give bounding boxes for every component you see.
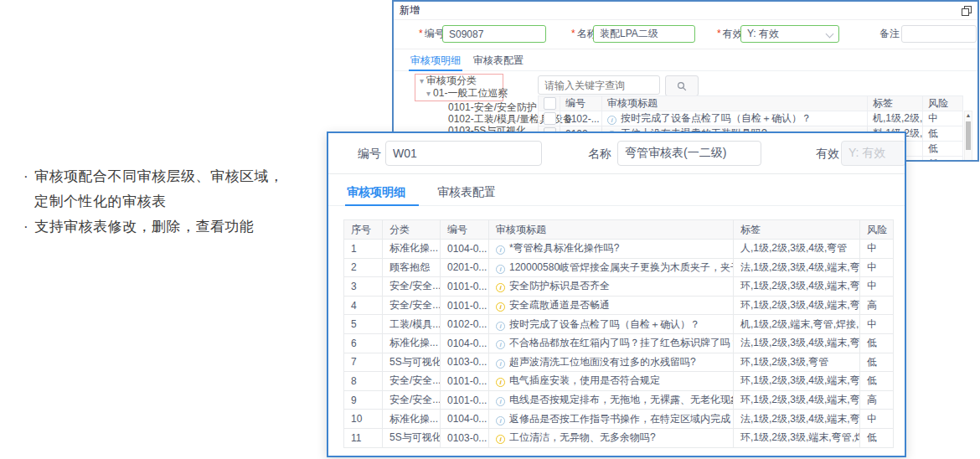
note-line-2: 定制个性化的审核表 [23, 189, 333, 214]
risk-cell: 中 [923, 111, 963, 126]
tree-node-group[interactable]: ▾01-一般工位巡察 [415, 87, 503, 100]
tree-node-root[interactable]: ▾审核项分类 [415, 75, 503, 87]
tab-audit-table-config[interactable]: 审核表配置 [473, 54, 524, 68]
required-mark: * [571, 28, 575, 39]
title-cell: 安全疏散通道是否畅通 [489, 296, 734, 315]
seq-cell: 9 [344, 390, 383, 410]
tree-leaf-label: 0101-安全/安全防护 [448, 101, 537, 113]
info-icon [496, 416, 505, 425]
category-cell: 安全/安全... [383, 277, 441, 297]
table-row[interactable]: 8 安全/安全... 0101-0... 电气插座安装，使用是否符合规定 环,1… [344, 372, 894, 391]
category-cell: 标准化操... [383, 410, 441, 429]
caret-down-icon[interactable]: ▾ [426, 89, 431, 98]
divider [328, 173, 905, 174]
col-code: 编号 [441, 220, 489, 240]
table-row[interactable]: 5 工装/模具... 0102-0... 按时完成了设备点检了吗（自检＋确认）？… [344, 315, 894, 334]
info-icon [607, 116, 616, 125]
remark-field[interactable] [901, 25, 977, 43]
code-cell: 0101-0... [441, 372, 489, 391]
valid-field [841, 141, 906, 166]
name-label: 名称 [588, 141, 611, 166]
keyword-search-input[interactable] [538, 75, 660, 95]
table-row[interactable]: 9 安全/安全... 0101-0... 电线是否按规定排布，无拖地，无裸露、无… [344, 390, 894, 410]
table-row[interactable]: 7 5S与可视化 0103-0... 超声波清洗工位地面没有过多的水残留吗? 环… [344, 353, 894, 372]
title-cell: 按时完成了设备点检了吗（自检＋确认）？ [489, 315, 734, 334]
scrollbar-up-arrow-icon[interactable]: ▲ [965, 111, 972, 120]
valid-select[interactable]: Y: 有效 [740, 25, 839, 43]
table-row[interactable]: 6 标准化操... 0104-0... 不合格品都放在红箱内了吗？挂了红色标识牌… [344, 333, 894, 353]
seq-cell: 1 [344, 240, 383, 259]
code-field[interactable] [442, 25, 546, 43]
code-cell: 0104-0... [441, 410, 489, 429]
seq-cell: 10 [344, 410, 383, 429]
info-icon [496, 245, 505, 255]
code-cell: 0102-... [560, 111, 602, 126]
code-field[interactable] [385, 141, 542, 166]
audit-item-title: 返修品是否按工作指导书操作，在特定区域内完成，且有返修... [509, 413, 734, 425]
category-cell: 安全/安全... [383, 372, 441, 391]
table-row[interactable]: 3 安全/安全... 0101-0... 安全防护标识是否齐全 环,1级,2级,… [344, 277, 894, 297]
code-label: *编号 [419, 25, 445, 43]
required-mark: * [717, 28, 721, 39]
tag-cell: 环,1级,2级,3级,4级,端末,弯... [734, 277, 860, 297]
category-cell: 标准化操... [383, 333, 441, 353]
chevron-down-icon [826, 30, 834, 39]
table-row[interactable]: 2 顾客抱怨 0201-0... 120000580岐管焊接金属夹子更换为木质夹… [344, 258, 894, 277]
category-cell: 5S与可视化 [383, 353, 441, 372]
tab-audit-table-config[interactable]: 审核表配置 [437, 185, 496, 200]
tag-cell: 环,1级,2级,3级,端末,弯管,焊... [734, 428, 860, 447]
name-field[interactable] [617, 141, 761, 166]
tab-audit-item-detail[interactable]: 审核项明细 [347, 185, 405, 200]
valid-selected-value: Y: 有效 [747, 28, 779, 39]
restore-window-icon[interactable] [962, 6, 972, 16]
audit-item-title: 安全防护标识是否齐全 [509, 280, 610, 291]
col-risk: 风险 [923, 96, 963, 111]
table-row[interactable]: 10 标准化操... 0104-0... 返修品是否按工作指导书操作，在特定区域… [344, 410, 894, 429]
risk-cell: 低 [860, 372, 894, 391]
search-button[interactable] [665, 75, 699, 96]
risk-cell: 中 [860, 258, 894, 277]
code-cell: 0101-0... [441, 296, 489, 315]
col-tag: 标签 [868, 96, 923, 111]
row-checkbox[interactable] [544, 112, 556, 125]
risk-cell: 低 [923, 126, 963, 142]
risk-cell: 中 [860, 410, 894, 429]
note-text: 审核项配合不同审核层级、审核区域， [34, 164, 284, 189]
table-row[interactable]: 11 5S与可视化 0103-0... 工位清洁，无异物、无多余物吗? 环,1级… [344, 428, 894, 447]
category-cell: 工装/模具... [383, 315, 441, 334]
col-tag: 标签 [734, 220, 860, 240]
name-field[interactable] [593, 25, 695, 43]
scrollbar-thumb[interactable] [966, 121, 971, 150]
info-icon [496, 283, 505, 292]
seq-cell: 4 [344, 296, 383, 315]
info-icon [496, 378, 505, 387]
tag-cell: 机,1级,2级,端末... [868, 111, 923, 126]
table-row[interactable]: 0102-... 按时完成了设备点检了吗（自检＋确认）？ 机,1级,2级,端末.… [539, 111, 963, 126]
risk-cell: 高 [860, 390, 894, 410]
active-tab-indicator [409, 70, 462, 71]
audit-item-table: 序号 分类 编号 审核项标题 标签 风险 1 标准化操... 0104-0...… [343, 219, 894, 448]
table-row[interactable]: 4 安全/安全... 0101-0... 安全疏散通道是否畅通 环,1级,2级,… [344, 296, 894, 315]
tree-node-label: 审核项分类 [426, 75, 477, 86]
title-cell: 工位清洁，无异物、无多余物吗? [489, 428, 734, 447]
audit-item-title: 按时完成了设备点检了吗（自检＋确认）？ [621, 112, 812, 124]
audit-item-title: 工位清洁，无异物、无多余物吗? [509, 431, 656, 443]
seq-cell: 8 [344, 372, 383, 391]
title-cell: 120000580岐管焊接金属夹子更换为木质夹子，夹子夹取时，... [489, 258, 734, 277]
category-cell: 标准化操... [383, 240, 441, 259]
bullet-glyph: · [23, 214, 34, 240]
tab-audit-item-detail[interactable]: 审核项明细 [410, 54, 461, 68]
dialog-form: *编号 *名称 *有效 Y: 有效 备注 [394, 19, 977, 49]
category-cell: 安全/安全... [383, 390, 441, 410]
info-icon [496, 359, 505, 369]
bullet-glyph: · [23, 164, 34, 189]
search-icon [677, 81, 687, 91]
title-cell: 安全防护标识是否齐全 [489, 277, 734, 297]
caret-down-icon[interactable]: ▾ [420, 76, 424, 85]
required-mark: * [419, 28, 423, 39]
table-scrollbar[interactable]: ▲ [964, 111, 972, 162]
select-all-checkbox[interactable] [544, 97, 556, 110]
table-row[interactable]: 1 标准化操... 0104-0... *弯管检具标准化操作吗? 人,1级,2级… [344, 240, 894, 259]
seq-cell: 7 [344, 353, 383, 372]
col-seq: 序号 [344, 220, 383, 240]
